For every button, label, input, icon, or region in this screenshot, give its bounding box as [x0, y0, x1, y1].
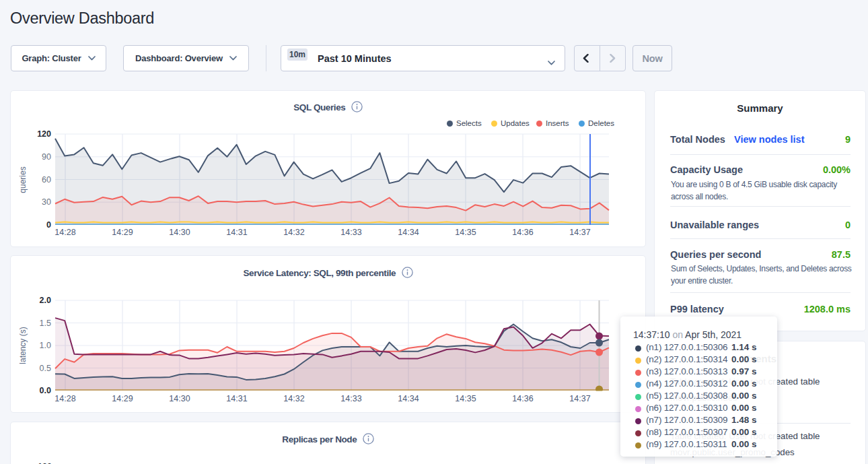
- svg-text:queries: queries: [18, 166, 28, 193]
- svg-text:14:30: 14:30: [169, 394, 190, 403]
- svg-text:120: 120: [37, 129, 51, 139]
- svg-text:14:29: 14:29: [112, 228, 133, 237]
- svg-text:latency (s): latency (s): [18, 327, 28, 364]
- svg-text:14:33: 14:33: [340, 394, 361, 403]
- svg-text:14:34: 14:34: [398, 228, 419, 237]
- svg-text:14:28: 14:28: [55, 228, 75, 237]
- svg-text:14:34: 14:34: [398, 394, 419, 403]
- svg-text:30: 30: [42, 197, 51, 207]
- svg-text:14:33: 14:33: [340, 228, 361, 237]
- svg-text:0.5: 0.5: [40, 364, 51, 373]
- svg-text:14:36: 14:36: [512, 228, 533, 237]
- svg-text:14:37: 14:37: [569, 394, 590, 403]
- svg-text:14:35: 14:35: [455, 228, 476, 237]
- svg-text:14:30: 14:30: [169, 228, 190, 237]
- svg-text:1.0: 1.0: [40, 341, 51, 350]
- svg-text:90: 90: [42, 152, 51, 162]
- svg-text:14:31: 14:31: [226, 228, 247, 237]
- svg-text:1.5: 1.5: [40, 319, 51, 328]
- svg-text:0.0: 0.0: [40, 386, 51, 395]
- svg-text:2.0: 2.0: [40, 296, 51, 305]
- svg-text:14:32: 14:32: [283, 394, 304, 403]
- svg-text:14:36: 14:36: [512, 394, 533, 403]
- svg-text:0: 0: [46, 220, 51, 230]
- svg-text:14:28: 14:28: [55, 394, 75, 403]
- svg-text:14:32: 14:32: [283, 228, 304, 237]
- svg-text:14:35: 14:35: [455, 394, 476, 403]
- svg-text:14:29: 14:29: [112, 394, 133, 403]
- svg-text:60: 60: [42, 175, 51, 185]
- svg-text:14:37: 14:37: [569, 228, 590, 237]
- svg-text:14:31: 14:31: [226, 394, 247, 403]
